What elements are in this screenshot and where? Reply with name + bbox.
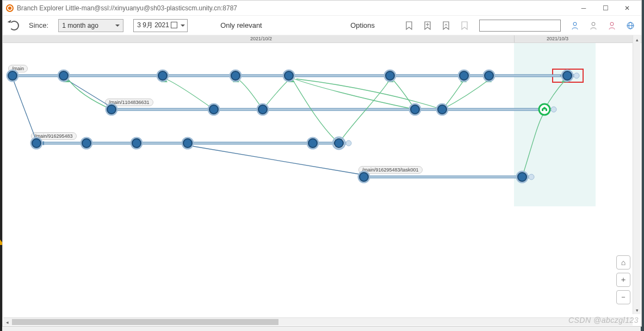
- globe-icon[interactable]: [626, 21, 635, 30]
- svg-point-54: [460, 71, 468, 80]
- svg-point-1: [592, 22, 595, 26]
- svg-point-86: [360, 173, 368, 181]
- options-link[interactable]: Options: [350, 21, 375, 29]
- svg-point-42: [8, 71, 17, 80]
- home-node: [539, 104, 550, 115]
- bookmark-icon[interactable]: [405, 21, 414, 30]
- svg-point-0: [573, 22, 577, 26]
- svg-point-79: [183, 139, 192, 148]
- svg-point-50: [284, 71, 293, 80]
- home-view-button[interactable]: ⌂: [616, 255, 630, 269]
- svg-point-75: [82, 139, 91, 148]
- horizontal-scrollbar[interactable]: ◂: [3, 317, 633, 326]
- titlebar: Branch Explorer Little-man@ssl://xinyuan…: [3, 1, 641, 16]
- branch-canvas[interactable]: /main /main/1104836631 /main/916295483 /…: [3, 43, 641, 315]
- maximize-button[interactable]: ☐: [595, 2, 616, 15]
- svg-point-77: [132, 139, 141, 148]
- close-button[interactable]: ✕: [616, 2, 638, 15]
- svg-point-44: [59, 71, 68, 80]
- date-picker[interactable]: 3 9月 2021: [133, 19, 188, 32]
- app-icon: [6, 4, 14, 12]
- svg-point-88: [518, 173, 527, 181]
- svg-point-48: [231, 71, 240, 80]
- svg-point-61: [107, 105, 116, 114]
- svg-point-46: [158, 71, 167, 80]
- user-icon-2[interactable]: [589, 21, 598, 30]
- user-icon-1[interactable]: [571, 21, 579, 30]
- watermark: CSDN @abczgl123: [568, 316, 639, 324]
- svg-point-84: [346, 140, 351, 146]
- svg-point-63: [209, 105, 218, 114]
- zoom-in-button[interactable]: ＋: [616, 273, 630, 287]
- since-label: Since:: [29, 21, 48, 29]
- graph-svg: [3, 43, 634, 315]
- svg-point-69: [438, 105, 447, 114]
- bookmark-up-icon[interactable]: [442, 21, 451, 30]
- svg-point-73: [32, 139, 41, 148]
- date-ruler: 2021/10/2 2021/10/3: [3, 35, 641, 43]
- only-relevant-link[interactable]: Only relevant: [220, 21, 262, 29]
- svg-point-59: [574, 73, 579, 78]
- refresh-button[interactable]: [9, 21, 19, 30]
- svg-point-67: [411, 105, 419, 114]
- bookmark-empty-icon[interactable]: [461, 21, 469, 30]
- changeset-node: [7, 70, 18, 81]
- svg-point-83: [335, 139, 343, 148]
- minimize-button[interactable]: ─: [573, 2, 595, 15]
- svg-point-2: [610, 22, 614, 26]
- range-dropdown[interactable]: 1 month ago: [58, 19, 123, 32]
- svg-point-56: [485, 71, 493, 80]
- search-input[interactable]: [479, 20, 561, 32]
- toolbar: Since: 1 month ago 3 9月 2021 Only releva…: [3, 16, 641, 35]
- vertical-scrollbar[interactable]: ▴▾: [633, 35, 641, 314]
- user-icon-3[interactable]: [608, 21, 616, 30]
- zoom-out-button[interactable]: －: [616, 290, 630, 304]
- svg-point-81: [308, 139, 317, 148]
- svg-point-58: [563, 71, 572, 80]
- svg-point-65: [258, 105, 267, 114]
- bookmark-add-icon[interactable]: [424, 21, 432, 30]
- calendar-icon: [171, 22, 177, 28]
- svg-point-52: [386, 71, 394, 80]
- svg-point-89: [529, 174, 534, 180]
- branch-explorer-window: Branch Explorer Little-man@ssl://xinyuan…: [2, 0, 642, 327]
- svg-point-71: [551, 107, 556, 112]
- window-title: Branch Explorer Little-man@ssl://xinyuan…: [17, 4, 573, 12]
